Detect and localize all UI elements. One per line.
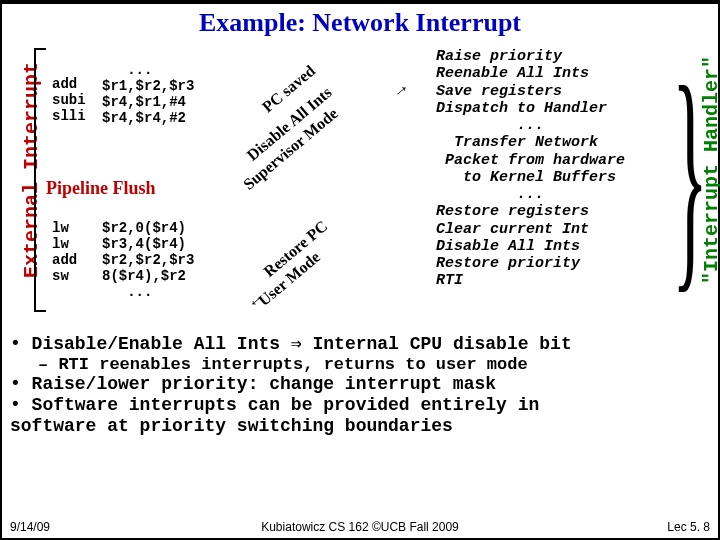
bullet-item: • Software interrupts can be provided en… xyxy=(10,395,710,416)
handler-line: Transfer Network xyxy=(436,134,688,151)
bullet-item: • Disable/Enable All Ints ⇒ Internal CPU… xyxy=(10,334,710,355)
handler-line: Restore priority xyxy=(436,255,688,272)
handler-line: Packet from hardware xyxy=(436,152,688,169)
handler-steps: Raise priority Reenable All Ints Save re… xyxy=(436,48,688,290)
bullet-item: software at priority switching boundarie… xyxy=(10,416,710,437)
bullet-sub-item: – RTI reenables interrupts, returns to u… xyxy=(38,355,710,375)
footer-center: Kubiatowicz CS 162 ©UCB Fall 2009 xyxy=(10,520,710,534)
bullet-item: • Raise/lower priority: change interrupt… xyxy=(10,374,710,395)
code-block-2-args: $r2,0($r4) $r3,4($r4) $r2,$r2,$r3 8($r4)… xyxy=(102,220,194,300)
handler-line: Restore registers xyxy=(436,203,688,220)
footer-page: Lec 5. 8 xyxy=(667,520,710,534)
handler-line: RTI xyxy=(436,272,688,289)
handler-line: Save registers xyxy=(436,83,688,100)
handler-line: to Kernel Buffers xyxy=(436,169,688,186)
pipeline-flush-label: Pipeline Flush xyxy=(46,178,156,199)
left-bracket-icon xyxy=(34,48,46,312)
code-block-2-ops: lw lw add sw xyxy=(52,220,77,284)
handler-line: Disable All Ints xyxy=(436,238,688,255)
arrow-right-icon: → xyxy=(387,77,414,105)
handler-line: Reenable All Ints xyxy=(436,65,688,82)
handler-line: ... xyxy=(436,117,688,134)
slide-title: Example: Network Interrupt xyxy=(2,8,718,38)
handler-line: Raise priority xyxy=(436,48,688,65)
main-area: External Interrupt "Interrupt Handler" a… xyxy=(2,40,718,350)
handler-line: ... xyxy=(436,186,688,203)
code-block-1-ops: add subi slli xyxy=(52,76,86,124)
code-block-1-args: ... $r1,$r2,$r3 $r4,$r1,#4 $r4,$r4,#2 xyxy=(102,62,194,126)
right-brace-icon: } xyxy=(672,50,708,300)
handler-line: Clear current Int xyxy=(436,221,688,238)
handler-line: Dispatch to Handler xyxy=(436,100,688,117)
slide: Example: Network Interrupt External Inte… xyxy=(0,0,720,540)
bullet-list: • Disable/Enable All Ints ⇒ Internal CPU… xyxy=(10,334,710,436)
